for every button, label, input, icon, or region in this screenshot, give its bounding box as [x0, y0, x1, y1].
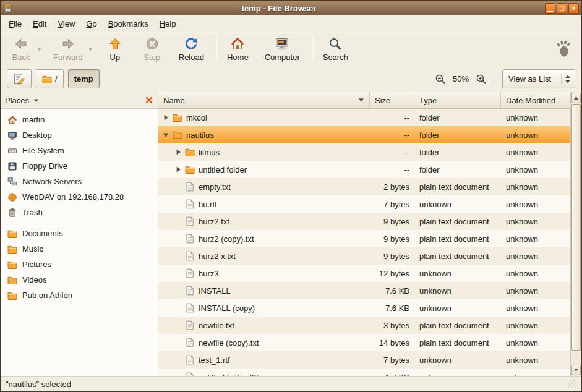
menu-item-go[interactable]: Go [80, 17, 102, 31]
cell-name: hurz2 (copy).txt [158, 230, 370, 247]
cell-size: -- [370, 109, 414, 126]
cell-name: hurz2.txt [158, 213, 370, 230]
file-row-install[interactable]: INSTALL7.6 KBunknownunknown [158, 282, 570, 299]
status-text: "nautilus" selected [6, 380, 71, 389]
scrollbar-track[interactable] [571, 104, 581, 364]
scrollbar-up-button[interactable] [571, 93, 581, 103]
forward-dropdown-arrow[interactable]: ▾ [88, 46, 93, 53]
cell-name: untitled folder [158, 161, 370, 178]
scrollbar-down-button[interactable] [571, 365, 581, 375]
toolbar: Back▾Forward▾UpStopReloadHomeComputerSea… [1, 32, 581, 66]
globe-icon [7, 192, 17, 202]
file-row-litmus[interactable]: litmus--folderunknown [158, 143, 570, 161]
computer-button[interactable]: Computer [260, 34, 305, 64]
close-sidebar-button[interactable] [145, 96, 153, 104]
file-row-hurz2-copy-txt[interactable]: hurz2 (copy).txt9 bytesplain text docume… [158, 230, 570, 247]
file-row-hu-rtf[interactable]: hu.rtf7 bytesunknownunknown [158, 195, 570, 213]
vertical-scrollbar[interactable] [570, 92, 581, 376]
column-header-name[interactable]: Name [158, 92, 370, 108]
file-row-untitled-folder[interactable]: untitled folder--folderunknown [158, 161, 570, 178]
titlebar: temp - File Browser ▁□× [1, 1, 581, 15]
back-dropdown-arrow[interactable]: ▾ [36, 46, 42, 53]
sidebar-item-file-system[interactable]: File System [1, 143, 158, 158]
expander-spacer [174, 235, 182, 242]
maximize-button[interactable]: □ [557, 3, 567, 14]
path-button-current[interactable]: temp [68, 69, 100, 88]
up-button[interactable]: Up [100, 34, 131, 64]
reload-button[interactable]: Reload [174, 34, 209, 64]
expander-collapsed-icon[interactable] [174, 166, 182, 173]
resize-grip[interactable] [568, 380, 576, 388]
view-controls: 50% View as List [435, 69, 575, 88]
cell-type: plain text document [414, 334, 501, 351]
sidebar-item-label: Pictures [22, 260, 51, 269]
sidebar-item-desktop[interactable]: Desktop [1, 127, 158, 143]
places-menu-button[interactable]: Places [5, 96, 39, 105]
sidebar-item-pub-on-athlon[interactable]: Pub on Athlon [1, 288, 158, 303]
column-header-size[interactable]: Size [370, 92, 414, 108]
forward-button[interactable]: Forward [48, 34, 88, 64]
places-title-label: Places [5, 96, 29, 105]
view-mode-select[interactable]: View as List [502, 69, 575, 88]
column-header-type[interactable]: Type [414, 92, 501, 108]
file-row-empty-txt[interactable]: empty.txt2 bytesplain text documentunkno… [158, 178, 570, 195]
sidebar-item-music[interactable]: Music [1, 241, 158, 257]
sidebar-item-webdav-on-192-168-178-28[interactable]: WebDAV on 192.168.178.28 [1, 189, 158, 205]
cell-name: untitled folder (2) [158, 369, 370, 376]
expander-spacer [174, 304, 182, 312]
scrollbar-thumb[interactable] [571, 104, 581, 351]
column-header-date-modified[interactable]: Date Modified [501, 92, 570, 108]
sidebar-item-documents[interactable]: Documents [1, 226, 158, 241]
file-name: newfile (copy).txt [199, 338, 259, 347]
file-row-nautilus[interactable]: nautilus--folderunknown [158, 126, 570, 143]
file-name: mkcol [186, 113, 207, 122]
minimize-button[interactable]: ▁ [545, 3, 555, 14]
file-name: untitled folder [199, 165, 247, 174]
sidebar-item-videos[interactable]: Videos [1, 272, 158, 288]
sidebar-item-pictures[interactable]: Pictures [1, 257, 158, 272]
menu-item-file[interactable]: File [3, 17, 27, 31]
expander-expanded-icon[interactable] [162, 131, 169, 138]
file-browser-window: temp - File Browser ▁□× FileEditViewGoBo… [0, 0, 582, 392]
toolbar-button-label: Reload [179, 53, 204, 62]
search-button[interactable]: Search [318, 34, 353, 64]
file-row-newfile-copy-txt[interactable]: newfile (copy).txt14 bytesplain text doc… [158, 334, 570, 351]
file-row-mkcol[interactable]: mkcol--folderunknown [158, 109, 570, 126]
combo-arrows-icon [561, 74, 571, 84]
search-icon [328, 36, 343, 51]
close-button[interactable]: × [568, 3, 579, 14]
cell-size: 7.6 KB [370, 282, 414, 299]
sidebar-item-martin[interactable]: martin [1, 112, 158, 127]
file-icon [185, 338, 195, 347]
cell-size: 3 bytes [370, 317, 414, 334]
toggle-location-entry-button[interactable] [7, 69, 32, 88]
file-row-hurz2-txt[interactable]: hurz2.txt9 bytesplain text documentunkno… [158, 213, 570, 230]
file-row-hurz2-x-txt[interactable]: hurz2 x.txt9 bytesplain text documentunk… [158, 247, 570, 265]
menu-item-view[interactable]: View [52, 17, 80, 31]
toolbar-button-label: Search [323, 53, 348, 62]
cell-type: unknown [414, 195, 501, 213]
zoom-in-button[interactable] [476, 74, 487, 85]
cell-size: 7.6 KB [370, 299, 414, 317]
expander-collapsed-icon[interactable] [174, 148, 182, 156]
sidebar-item-floppy-drive[interactable]: Floppy Drive [1, 158, 158, 174]
file-row-newfile-txt[interactable]: newfile.txt3 bytesplain text documentunk… [158, 317, 570, 334]
file-row-hurz3[interactable]: hurz312 bytesunknownunknown [158, 265, 570, 282]
stop-button[interactable]: Stop [137, 34, 168, 64]
home-button[interactable]: Home [222, 34, 254, 64]
window-icon [3, 3, 13, 13]
menu-item-bookmarks[interactable]: Bookmarks [103, 17, 154, 31]
file-row-untitled-folder-2[interactable]: untitled folder (2)1.7 KBunknownunknown [158, 369, 570, 376]
cell-type: plain text document [414, 317, 501, 334]
path-button-root[interactable]: / [36, 69, 64, 88]
back-button[interactable]: Back [6, 34, 36, 64]
zoom-out-button[interactable] [435, 74, 446, 85]
sidebar-item-network-servers[interactable]: Network Servers [1, 174, 158, 189]
file-row-test-1-rtf[interactable]: test_1.rtf7 bytesunknownunknown [158, 351, 570, 369]
expander-collapsed-icon[interactable] [162, 114, 169, 121]
file-row-install-copy[interactable]: INSTALL (copy)7.6 KBunknownunknown [158, 299, 570, 317]
cell-date-modified: unknown [501, 265, 570, 282]
sidebar-item-trash[interactable]: Trash [1, 205, 158, 220]
menu-item-help[interactable]: Help [154, 17, 182, 31]
menu-item-edit[interactable]: Edit [27, 17, 52, 31]
